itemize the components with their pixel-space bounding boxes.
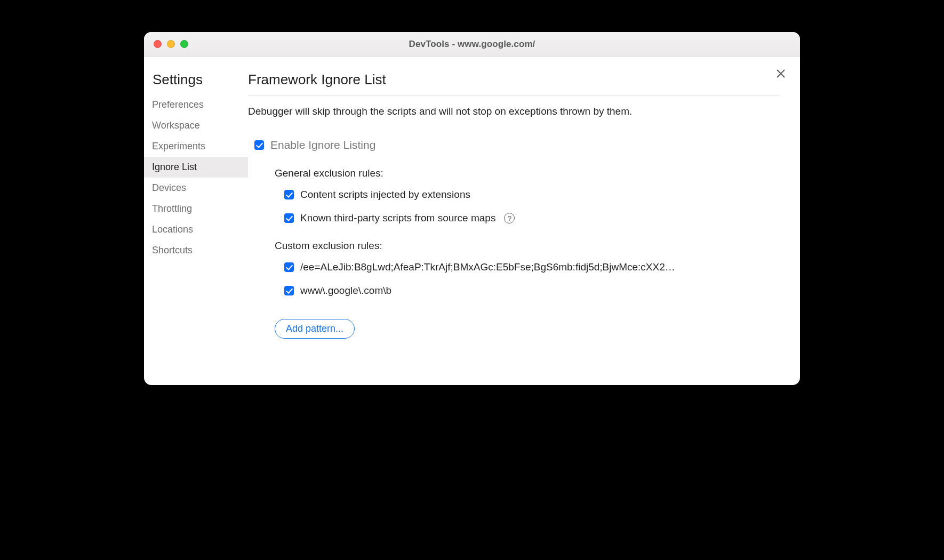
enable-ignore-listing-row: Enable Ignore Listing: [254, 139, 779, 151]
settings-heading: Settings: [144, 71, 248, 94]
enable-ignore-listing-label: Enable Ignore Listing: [270, 139, 375, 151]
settings-sidebar: Settings PreferencesWorkspaceExperiments…: [144, 57, 248, 385]
window-title: DevTools - www.google.com/: [144, 39, 800, 50]
settings-main: Framework Ignore List Debugger will skip…: [248, 57, 800, 385]
sidebar-item-throttling[interactable]: Throttling: [144, 198, 248, 219]
general-rule-row: Content scripts injected by extensions: [284, 189, 779, 201]
enable-ignore-listing-checkbox[interactable]: [254, 140, 264, 150]
custom-rule-row: /ee=ALeJib:B8gLwd;AfeaP:TkrAjf;BMxAGc:E5…: [284, 261, 779, 273]
traffic-lights: [154, 40, 188, 48]
devtools-window: DevTools - www.google.com/ Settings Pref…: [144, 32, 800, 385]
general-exclusion-header: General exclusion rules:: [275, 167, 779, 179]
general-rule-checkbox[interactable]: [284, 213, 294, 223]
general-rule-label: Known third-party scripts from source ma…: [300, 212, 495, 224]
sidebar-item-label: Workspace: [152, 120, 200, 131]
sidebar-item-ignore-list[interactable]: Ignore List: [144, 157, 248, 178]
sidebar-item-label: Experiments: [152, 141, 205, 151]
sidebar-item-shortcuts[interactable]: Shortcuts: [144, 240, 248, 261]
close-icon: [775, 68, 787, 79]
content-area: Settings PreferencesWorkspaceExperiments…: [144, 57, 800, 385]
custom-rule-label: /ee=ALeJib:B8gLwd;AfeaP:TkrAjf;BMxAGc:E5…: [300, 261, 675, 273]
general-rule-checkbox[interactable]: [284, 190, 294, 199]
general-rule-row: Known third-party scripts from source ma…: [284, 212, 779, 224]
sidebar-item-label: Devices: [152, 182, 186, 193]
sidebar-item-label: Locations: [152, 224, 193, 235]
window-close-button[interactable]: [154, 40, 162, 48]
sidebar-item-label: Preferences: [152, 99, 204, 110]
sidebar-item-devices[interactable]: Devices: [144, 178, 248, 198]
window-maximize-button[interactable]: [180, 40, 188, 48]
custom-exclusion-header: Custom exclusion rules:: [275, 240, 779, 252]
close-settings-button[interactable]: [773, 66, 788, 81]
sidebar-item-locations[interactable]: Locations: [144, 219, 248, 240]
sidebar-item-experiments[interactable]: Experiments: [144, 136, 248, 157]
sidebar-item-label: Ignore List: [152, 162, 197, 172]
sidebar-item-preferences[interactable]: Preferences: [144, 94, 248, 115]
page-description: Debugger will skip through the scripts a…: [248, 106, 779, 117]
sidebar-item-label: Shortcuts: [152, 245, 193, 255]
help-icon[interactable]: ?: [504, 213, 515, 223]
custom-rule-checkbox[interactable]: [284, 262, 294, 272]
general-rule-label: Content scripts injected by extensions: [300, 189, 470, 201]
custom-rule-row: www\.google\.com\b: [284, 285, 779, 297]
custom-rule-checkbox[interactable]: [284, 286, 294, 295]
sidebar-item-label: Throttling: [152, 203, 192, 214]
page-title: Framework Ignore List: [248, 71, 779, 96]
sidebar-item-workspace[interactable]: Workspace: [144, 115, 248, 136]
custom-rule-label: www\.google\.com\b: [300, 285, 391, 297]
add-pattern-button[interactable]: Add pattern...: [275, 319, 355, 339]
titlebar: DevTools - www.google.com/: [144, 32, 800, 57]
window-minimize-button[interactable]: [167, 40, 175, 48]
